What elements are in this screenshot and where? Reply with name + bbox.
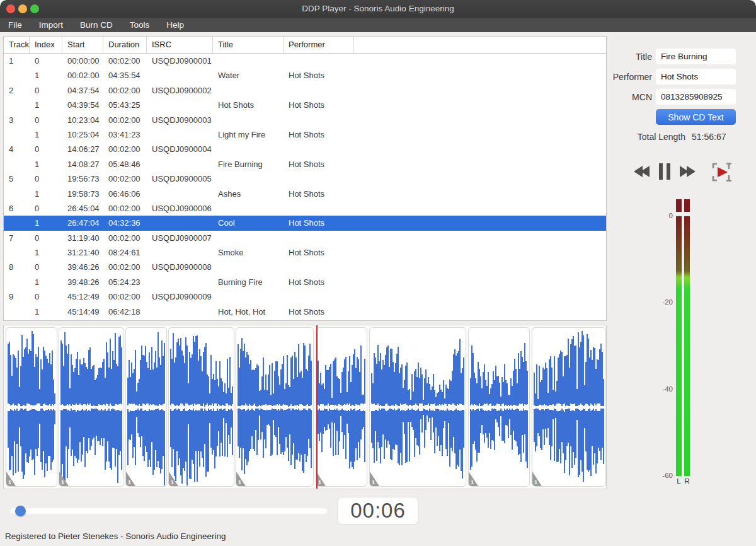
rewind-button[interactable] <box>634 166 650 177</box>
table-row[interactable]: 114:08:2705:48:46Fire BurningHot Shots <box>4 157 606 171</box>
cell-duration: 05:24:23 <box>103 275 147 289</box>
table-row[interactable]: 6026:45:0400:02:00USQDJ0900006 <box>4 201 606 216</box>
column-header-performer[interactable]: Performer <box>284 37 354 53</box>
table-row[interactable]: 139:48:2605:24:23Burning FireHot Shots <box>4 275 606 289</box>
cell-duration: 00:02:00 <box>103 201 147 216</box>
cell-index: 1 <box>30 157 62 171</box>
fast-forward-button[interactable] <box>680 166 696 177</box>
cell-title: Cool <box>213 216 284 230</box>
cell-start: 10:25:04 <box>62 127 103 142</box>
cell-title <box>213 260 284 274</box>
menu-item-file[interactable]: File <box>8 20 22 30</box>
waveform-track-3[interactable]: 1 <box>125 327 167 487</box>
title-bar: DDP Player - Sonoris Audio Engineering <box>0 0 756 18</box>
table-row[interactable]: 3010:23:0400:02:00USQDJ0900003 <box>4 113 606 127</box>
cell-index: 1 <box>30 98 62 112</box>
menu-item-import[interactable]: Import <box>39 20 63 30</box>
cell-title <box>213 201 284 216</box>
cell-isrc <box>147 216 213 230</box>
seek-slider-thumb[interactable] <box>15 506 26 516</box>
menu-item-help[interactable]: Help <box>166 20 184 30</box>
cell-index: 1 <box>30 275 62 289</box>
cell-track <box>4 157 30 171</box>
cell-title: Smoke <box>213 245 284 260</box>
column-header-duration[interactable]: Duration <box>103 37 147 53</box>
cell-title <box>213 142 284 156</box>
seek-slider[interactable] <box>10 508 328 514</box>
cell-performer: Hot Shots <box>284 68 354 83</box>
cell-performer <box>284 260 354 274</box>
cell-performer <box>284 171 354 186</box>
cell-start: 45:14:49 <box>62 305 103 319</box>
cell-isrc: USQDJ0900005 <box>147 171 213 186</box>
table-row[interactable]: 1000:00:0000:02:00USQDJ0900001 <box>4 54 606 68</box>
table-row[interactable]: 9045:12:4900:02:00USQDJ0900009 <box>4 289 606 304</box>
pause-icon <box>659 163 663 180</box>
cell-isrc <box>147 68 213 83</box>
cell-track <box>4 245 30 260</box>
column-header-start[interactable]: Start <box>62 37 103 53</box>
cell-isrc: USQDJ0900009 <box>147 289 213 304</box>
column-header-isrc[interactable]: ISRC <box>147 37 213 53</box>
cell-performer: Hot Shots <box>284 275 354 289</box>
column-header-title[interactable]: Title <box>213 37 284 53</box>
table-row[interactable]: 5019:56:7300:02:00USQDJ0900005 <box>4 171 606 186</box>
waveform-track-2[interactable]: 1 <box>59 327 124 487</box>
performer-field[interactable]: Hot Shots <box>656 69 736 84</box>
pause-button[interactable] <box>659 163 670 180</box>
cell-title <box>213 231 284 245</box>
menu-item-burn-cd[interactable]: Burn CD <box>80 20 113 30</box>
column-header-track[interactable]: Track <box>4 37 30 53</box>
menu-item-tools[interactable]: Tools <box>130 20 150 30</box>
waveform-track-9[interactable]: 1 <box>532 327 606 487</box>
table-row[interactable]: 104:39:5405:43:25Hot ShotsHot Shots <box>4 98 606 112</box>
table-row[interactable]: 100:02:0004:35:54WaterHot Shots <box>4 68 606 83</box>
cell-start: 19:56:73 <box>62 171 103 186</box>
cell-track: 1 <box>4 54 30 68</box>
cell-isrc: USQDJ0900006 <box>147 201 213 216</box>
total-length-label: Total Length <box>605 132 685 142</box>
waveform-track-6[interactable]: 1 <box>316 327 367 487</box>
waveform-track-4[interactable]: 1 <box>168 327 234 487</box>
cell-track <box>4 216 30 230</box>
show-cd-text-button[interactable]: Show CD Text <box>656 109 736 125</box>
cell-start: 19:58:73 <box>62 187 103 201</box>
cell-index: 1 <box>30 305 62 319</box>
play-to-marker-button[interactable] <box>712 162 732 182</box>
title-field[interactable]: Fire Burning <box>656 49 736 64</box>
waveform-track-7[interactable]: 1 <box>369 327 466 487</box>
table-row[interactable]: 119:58:7306:46:06AshesHot Shots <box>4 187 606 201</box>
cell-index: 0 <box>30 260 62 274</box>
cell-performer: Hot Shots <box>284 157 354 171</box>
meter-channel-label: R <box>684 477 690 485</box>
table-row[interactable]: 110:25:0403:41:23Light my FireHot Shots <box>4 127 606 142</box>
cell-duration: 00:02:00 <box>103 260 147 274</box>
cell-isrc <box>147 187 213 201</box>
mcn-field[interactable]: 0813285908925 <box>656 89 736 105</box>
menu-bar: FileImportBurn CDToolsHelp <box>0 18 756 32</box>
table-row[interactable]: 8039:46:2600:02:00USQDJ0900008 <box>4 260 606 274</box>
table-row-selected[interactable]: 126:47:0404:32:36CoolHot Shots <box>4 216 606 230</box>
cell-duration: 00:02:00 <box>103 113 147 127</box>
cell-index: 1 <box>30 245 62 260</box>
cell-title: Light my Fire <box>213 127 284 142</box>
cell-isrc <box>147 245 213 260</box>
waveform-track-8[interactable]: 1 <box>468 327 530 487</box>
rewind-icon <box>641 166 650 177</box>
waveform-track-5[interactable]: 1 <box>236 327 314 487</box>
table-row[interactable]: 2004:37:5400:02:00USQDJ0900002 <box>4 83 606 98</box>
cell-title <box>213 83 284 98</box>
cell-title: Fire Burning <box>213 157 284 171</box>
cell-duration: 00:02:00 <box>103 83 147 98</box>
table-row[interactable]: 7031:19:4000:02:00USQDJ0900007 <box>4 231 606 245</box>
waveform-track-1[interactable]: 1 <box>6 327 57 487</box>
cell-start: 00:00:00 <box>62 54 103 68</box>
cell-performer: Hot Shots <box>284 187 354 201</box>
table-row[interactable]: 131:21:4008:24:61SmokeHot Shots <box>4 245 606 260</box>
table-row[interactable]: 145:14:4906:42:18Hot, Hot, HotHot Shots <box>4 305 606 319</box>
total-length-value: 51:56:67 <box>692 132 726 142</box>
table-row[interactable]: 4014:06:2700:02:00USQDJ0900004 <box>4 142 606 156</box>
column-header-index[interactable]: Index <box>30 37 62 53</box>
cell-start: 31:21:40 <box>62 245 103 260</box>
cell-track: 8 <box>4 260 30 274</box>
